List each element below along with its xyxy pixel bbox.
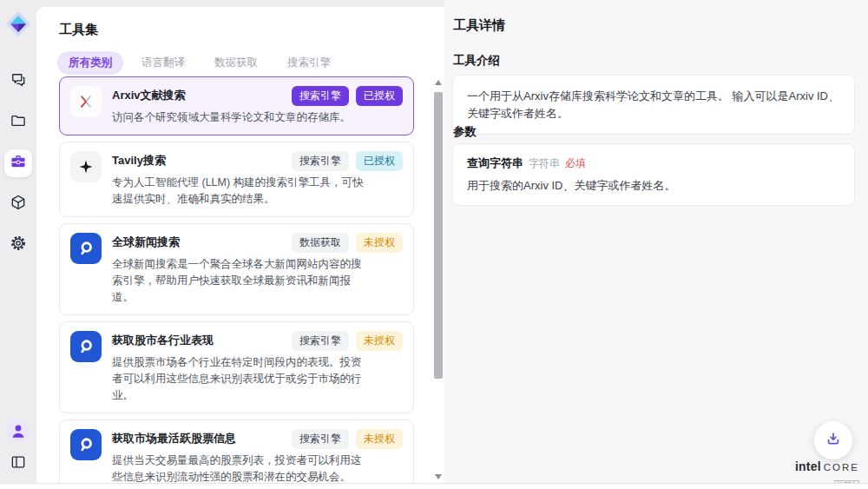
tool-description: 提供当天交易量最高的股票列表，投资者可以利用这些信息来识别流动性强的股票和潜在的… [112, 453, 369, 486]
tool-card[interactable]: Arxiv文献搜索 搜索引擎已授权 访问各个研究领域大量科学论文和文章的存储库。 [59, 76, 414, 135]
tool-name: Tavily搜索 [112, 151, 166, 169]
intel-wordmark: intel [795, 459, 821, 473]
tool-description: 全球新闻搜索是一个聚合全球各大新闻网站内容的搜索引擎，帮助用户快速获取全球最新资… [112, 256, 369, 306]
tab-4[interactable]: 搜索引擎 [276, 51, 342, 75]
list-scrollbar[interactable] [434, 75, 444, 481]
auth-status-badge: 已授权 [356, 151, 403, 171]
user-avatar-icon[interactable] [7, 420, 30, 446]
tab-2[interactable]: 语言翻译 [130, 51, 196, 75]
auth-status-badge: 已授权 [356, 86, 403, 106]
bottom-edge-bar [0, 483, 868, 489]
scroll-down-arrow-icon[interactable] [435, 474, 442, 479]
sidebar-item-folder[interactable] [4, 109, 32, 136]
intro-heading: 工具介绍 [453, 53, 500, 69]
sidebar-item-chat[interactable] [4, 68, 32, 96]
category-badge: 搜索引擎 [292, 331, 349, 351]
param-name: 查询字符串 [467, 155, 523, 171]
category-badge: 搜索引擎 [292, 429, 349, 449]
tools-list-title: 工具集 [59, 22, 98, 38]
blue-q-icon [70, 233, 102, 264]
tool-details-panel: 工具详情 工具介绍 一个用于从Arxiv存储库搜索科学论文和文章的工具。 输入可… [444, 0, 868, 483]
folder-icon [10, 112, 27, 133]
app-gem-logo [5, 10, 31, 40]
tool-card[interactable]: 获取市场最活跃股票信息 搜索引擎未授权 提供当天交易量最高的股票列表，投资者可以… [59, 420, 414, 489]
tool-card[interactable]: 获取股市各行业表现 搜索引擎未授权 提供股票市场各个行业在特定时间段内的表现。投… [59, 321, 414, 413]
category-badge: 搜索引擎 [292, 151, 349, 171]
sidebar-item-cube[interactable] [4, 190, 32, 218]
gear-icon [10, 235, 27, 255]
param-required-badge: 必填 [565, 156, 586, 171]
tool-name: 获取股市各行业表现 [112, 331, 214, 348]
arxiv-x-icon [70, 86, 102, 117]
blue-q-icon [70, 331, 102, 362]
cube-icon [10, 194, 27, 215]
auth-status-badge: 未授权 [356, 429, 403, 449]
tab-3[interactable]: 数据获取 [203, 51, 269, 75]
core-wordmark: CORE [824, 462, 859, 472]
tool-name: 全球新闻搜索 [112, 233, 180, 250]
intro-text: 一个用于从Arxiv存储库搜索科学论文和文章的工具。 输入可以是Arxiv ID… [467, 89, 839, 120]
tool-card[interactable]: Tavily搜索 搜索引擎已授权 专为人工智能代理 (LLM) 构建的搜索引擎工… [59, 142, 414, 217]
tool-name: 获取市场最活跃股票信息 [112, 429, 236, 446]
intro-card: 一个用于从Arxiv存储库搜索科学论文和文章的工具。 输入可以是Arxiv ID… [452, 75, 855, 135]
tools-list-panel: 工具集 所有类别语言翻译数据获取搜索引擎 Arxiv文献搜索 搜索引擎已授权 访… [36, 7, 444, 483]
sparkle-icon [70, 151, 102, 182]
blue-q-icon [70, 429, 102, 460]
param-type: 字符串 [529, 156, 560, 171]
chat-icon [10, 71, 27, 92]
download-button[interactable] [814, 421, 852, 459]
tool-card[interactable]: 全球新闻搜索 数据获取未授权 全球新闻搜索是一个聚合全球各大新闻网站内容的搜索引… [59, 223, 414, 315]
tool-name: Arxiv文献搜索 [112, 86, 186, 103]
tool-description: 提供股票市场各个行业在特定时间段内的表现。投资者可以利用这些信息来识别表现优于或… [112, 354, 369, 404]
icon-rail [0, 0, 36, 483]
param-card: 查询字符串 字符串 必填 用于搜索的Arxiv ID、关键字或作者姓名。 [452, 143, 855, 206]
tool-cards: Arxiv文献搜索 搜索引擎已授权 访问各个研究领域大量科学论文和文章的存储库。… [59, 76, 414, 489]
scroll-up-arrow-icon[interactable] [435, 80, 442, 85]
auth-status-badge: 未授权 [356, 331, 403, 351]
params-heading: 参数 [453, 124, 477, 140]
rail-bottom [7, 420, 30, 474]
param-description: 用于搜索的Arxiv ID、关键字或作者姓名。 [467, 178, 840, 194]
toolbox-icon [10, 153, 27, 174]
tab-1[interactable]: 所有类别 [57, 51, 123, 75]
tool-description: 专为人工智能代理 (LLM) 构建的搜索引擎工具，可快速提供实时、准确和真实的结… [112, 175, 369, 208]
scrollbar-thumb[interactable] [434, 92, 443, 379]
details-title: 工具详情 [453, 17, 505, 34]
tool-description: 访问各个研究领域大量科学论文和文章的存储库。 [112, 109, 369, 126]
auth-status-badge: 未授权 [356, 233, 403, 253]
category-tabs: 所有类别语言翻译数据获取搜索引擎 [57, 51, 342, 75]
sidebar-item-settings[interactable] [4, 231, 32, 259]
layout-panel-icon[interactable] [10, 453, 27, 474]
category-badge: 数据获取 [292, 233, 349, 253]
download-icon [825, 430, 842, 451]
category-badge: 搜索引擎 [292, 86, 349, 106]
rail-nav [4, 68, 32, 259]
sidebar-item-toolbox[interactable] [4, 149, 32, 177]
